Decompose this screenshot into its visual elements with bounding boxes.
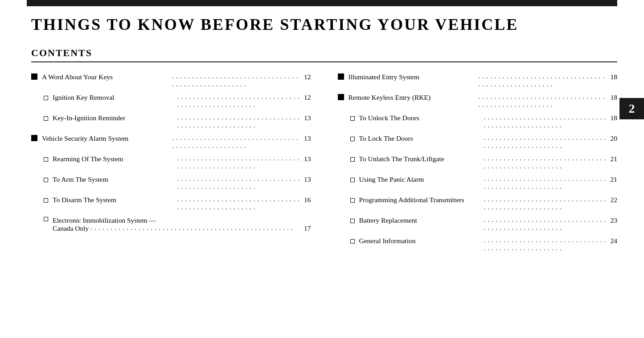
toc-bullet-outline <box>350 116 355 121</box>
chapter-number: 2 <box>629 102 635 116</box>
toc-dots <box>177 175 300 191</box>
toc-page: 24 <box>611 237 618 245</box>
toc-item: To Unlatch The Trunk/Liftgate21 <box>338 155 618 171</box>
toc-label: Canada Only <box>53 224 89 232</box>
toc-bullet-outline <box>44 217 48 221</box>
toc-item: Vehicle Security Alarm System13 <box>31 134 311 151</box>
toc-label: Key-In-Ignition Reminder <box>53 114 176 122</box>
toc-label: Remote Keyless Entry (RKE) <box>349 94 477 102</box>
toc-label: A Word About Your Keys <box>42 73 170 81</box>
toc-column-right: Illuminated Entry System18Remote Keyless… <box>338 73 618 257</box>
toc-dots <box>484 195 607 211</box>
toc-page: 21 <box>611 155 618 163</box>
toc-page: 13 <box>304 134 311 143</box>
toc-page: 13 <box>304 155 311 163</box>
toc-label: Programming Additional Transmitters <box>359 196 482 204</box>
toc-bullet-solid <box>338 94 344 100</box>
toc-dots <box>484 216 607 232</box>
toc-item: To Unlock The Doors18 <box>338 114 618 130</box>
toc-page: 18 <box>611 114 618 122</box>
toc-dots <box>177 195 300 211</box>
toc-item: Electronic Immobilization System —Canada… <box>31 216 311 232</box>
toc-page: 20 <box>611 134 618 143</box>
toc-label: Battery Replacement <box>359 216 482 224</box>
toc-item: Rearming Of The System13 <box>31 155 311 171</box>
toc-bullet-solid <box>338 73 344 80</box>
toc-item: To Lock The Doors20 <box>338 134 618 151</box>
toc-item: Battery Replacement23 <box>338 216 618 232</box>
toc-label: To Arm The System <box>53 175 176 183</box>
toc-dots <box>172 134 300 150</box>
toc-label: To Lock The Doors <box>359 134 482 143</box>
page-container: THINGS TO KNOW BEFORE STARTING YOUR VEHI… <box>0 0 644 338</box>
toc-dots <box>177 93 300 109</box>
top-bar <box>27 0 617 6</box>
toc-bullet-outline <box>350 219 355 223</box>
toc-dots <box>479 93 607 109</box>
toc-page: 13 <box>304 175 311 183</box>
toc-item: Remote Keyless Entry (RKE)18 <box>338 94 618 110</box>
toc-bullet-outline <box>44 198 48 203</box>
toc-page: 22 <box>611 196 618 204</box>
toc-bullet-outline <box>350 239 355 244</box>
toc-label: To Unlatch The Trunk/Liftgate <box>359 155 482 163</box>
toc-dots <box>484 236 607 252</box>
toc-page: 18 <box>611 73 618 81</box>
toc-bullet-outline <box>350 198 355 203</box>
contents-heading: CONTENTS <box>31 47 617 59</box>
toc-label: Illuminated Entry System <box>349 73 477 81</box>
toc-dots <box>90 224 300 232</box>
toc-dots <box>484 175 607 191</box>
toc-item: To Disarm The System16 <box>31 196 311 212</box>
toc-page: 17 <box>304 224 311 232</box>
toc-bullet-solid <box>31 73 37 80</box>
toc-label: Ignition Key Removal <box>53 94 176 102</box>
toc-item: To Arm The System13 <box>31 175 311 191</box>
toc-dots <box>172 72 300 88</box>
toc-dots <box>177 154 300 170</box>
toc-bullet-solid <box>31 135 37 141</box>
toc-dots <box>484 113 607 129</box>
toc-label: Using The Panic Alarm <box>359 175 482 183</box>
toc-dots <box>484 154 607 170</box>
toc-page: 13 <box>304 114 311 122</box>
toc-item: Programming Additional Transmitters22 <box>338 196 618 212</box>
toc-item: Illuminated Entry System18 <box>338 73 618 89</box>
toc-bullet-outline <box>44 178 48 182</box>
toc-page: 12 <box>304 73 311 81</box>
toc-page: 12 <box>304 94 311 102</box>
toc-label: Rearming Of The System <box>53 155 176 163</box>
toc-page: 18 <box>611 94 618 102</box>
toc-dots <box>479 72 607 88</box>
toc-bullet-outline <box>350 157 355 162</box>
toc-item: Ignition Key Removal12 <box>31 94 311 110</box>
toc-dots <box>484 134 607 150</box>
contents-divider <box>31 61 617 62</box>
toc-item: Key-In-Ignition Reminder13 <box>31 114 311 130</box>
toc-page: 21 <box>611 175 618 183</box>
chapter-badge: 2 <box>619 98 644 119</box>
toc-item: Using The Panic Alarm21 <box>338 175 618 191</box>
toc-bullet-outline <box>44 116 48 121</box>
toc-label: To Disarm The System <box>53 196 176 204</box>
toc-bullet-outline <box>350 137 355 141</box>
toc-bullet-outline <box>44 96 48 100</box>
toc-label: Vehicle Security Alarm System <box>42 134 170 143</box>
toc-label: General Information <box>359 237 482 245</box>
toc-bullet-outline <box>44 157 48 162</box>
page-title: THINGS TO KNOW BEFORE STARTING YOUR VEHI… <box>27 15 617 34</box>
toc-item: A Word About Your Keys12 <box>31 73 311 89</box>
toc-bullet-outline <box>350 178 355 182</box>
toc-item: General Information24 <box>338 237 618 253</box>
toc-label: To Unlock The Doors <box>359 114 482 122</box>
contents-section: CONTENTS A Word About Your Keys12Ignitio… <box>27 47 617 257</box>
toc-columns: A Word About Your Keys12Ignition Key Rem… <box>31 73 617 257</box>
toc-page: 23 <box>611 216 618 224</box>
toc-column-left: A Word About Your Keys12Ignition Key Rem… <box>31 73 311 257</box>
toc-page: 16 <box>304 196 311 204</box>
toc-dots <box>177 113 300 129</box>
